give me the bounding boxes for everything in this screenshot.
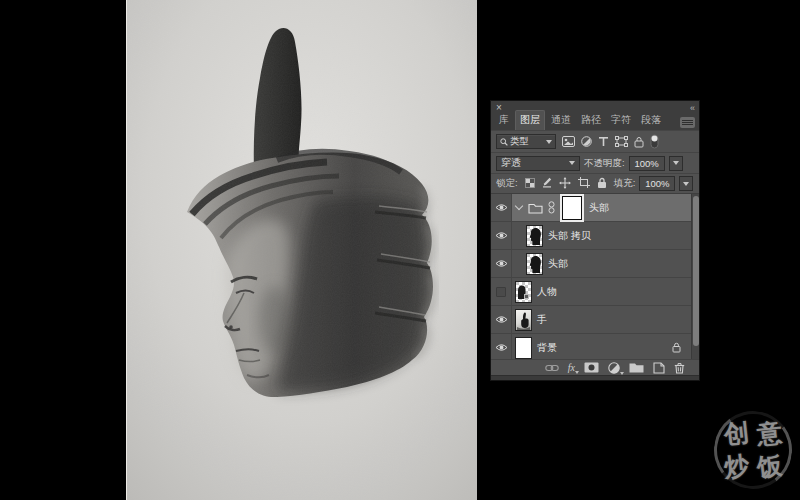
layer-row-head[interactable]: 头部 — [491, 250, 699, 278]
layer-effects-icon[interactable]: fx — [568, 362, 575, 373]
lock-artboard-icon[interactable] — [578, 177, 590, 190]
new-layer-icon[interactable] — [653, 362, 665, 374]
filter-kind-label: 类型 — [510, 135, 544, 148]
layers-list: 头部 头部 拷贝 — [491, 194, 699, 359]
layer-thumbnail-head[interactable] — [526, 225, 543, 247]
watermark-char: 饭 — [751, 448, 787, 484]
folder-icon — [528, 202, 543, 214]
layer-name: 头部 — [548, 257, 568, 271]
layer-thumbnail-head[interactable] — [526, 253, 543, 275]
blend-mode-value: 穿透 — [501, 156, 521, 170]
tab-library[interactable]: 库 — [495, 111, 513, 130]
layer-name: 人物 — [537, 285, 557, 299]
layer-thumbnail-person[interactable] — [515, 281, 532, 303]
visibility-toggle[interactable] — [491, 278, 512, 305]
layer-row-head-copy[interactable]: 头部 拷贝 — [491, 222, 699, 250]
layer-name: 头部 — [589, 201, 609, 215]
tab-paragraph[interactable]: 段落 — [637, 111, 665, 130]
link-layers-icon[interactable] — [545, 364, 559, 372]
eye-icon — [495, 231, 508, 240]
tab-character[interactable]: 字符 — [607, 111, 635, 130]
smart-object-filter-icon[interactable] — [634, 136, 644, 148]
chevron-down-icon — [569, 161, 575, 165]
adjustment-icon[interactable] — [608, 362, 620, 374]
layer-row-group-head[interactable]: 头部 — [491, 194, 699, 222]
lock-transparency-icon[interactable] — [525, 178, 535, 190]
filter-kind-dropdown[interactable]: 类型 — [496, 134, 556, 149]
collapse-icon[interactable]: « — [690, 103, 694, 113]
layer-thumbnail-hand[interactable] — [515, 309, 532, 331]
blend-mode-row: 穿透 不透明度: 100% — [491, 153, 699, 174]
pixel-layer-filter-icon[interactable] — [562, 136, 575, 147]
visibility-toggle[interactable] — [491, 250, 512, 277]
hand-mini — [516, 310, 531, 330]
eye-icon — [495, 259, 508, 268]
person-photo — [516, 282, 531, 302]
add-mask-icon[interactable] — [584, 362, 599, 373]
chevron-down-icon — [575, 371, 579, 374]
watermark-char: 意 — [751, 415, 787, 451]
opacity-label: 不透明度: — [584, 157, 625, 170]
filter-toggle-switch[interactable] — [650, 134, 659, 149]
document-canvas[interactable] — [126, 0, 477, 500]
chevron-down-icon — [546, 140, 552, 144]
watermark-logo: 创 意 炒 饭 — [710, 407, 796, 493]
layers-panel: × « 库 图层 通道 路径 字符 段落 类型 — [490, 100, 700, 381]
search-icon — [500, 138, 508, 146]
layers-scrollbar[interactable] — [691, 194, 699, 359]
tab-paths[interactable]: 路径 — [577, 111, 605, 130]
layer-row-background[interactable]: 背景 — [491, 334, 699, 359]
type-layer-filter-icon[interactable] — [598, 136, 609, 147]
layer-row-person[interactable]: 人物 — [491, 278, 699, 306]
hidden-eye-checkbox — [496, 287, 506, 297]
layer-name: 背景 — [537, 341, 557, 355]
photoshop-workspace: × « 库 图层 通道 路径 字符 段落 类型 — [0, 0, 800, 500]
blend-mode-dropdown[interactable]: 穿透 — [496, 156, 580, 171]
head-silhouette — [527, 254, 542, 274]
opacity-dropdown-button[interactable] — [669, 156, 683, 171]
panel-resize-edge[interactable] — [491, 375, 699, 380]
watermark-char: 炒 — [718, 448, 754, 484]
shape-layer-filter-icon[interactable] — [615, 136, 628, 147]
lock-pixels-icon[interactable] — [542, 177, 552, 190]
eye-icon — [495, 315, 508, 324]
watermark-char: 创 — [718, 415, 754, 451]
chevron-down-icon — [620, 372, 624, 375]
mask-link-icon[interactable] — [548, 201, 555, 214]
opacity-value[interactable]: 100% — [629, 156, 665, 171]
tab-layers[interactable]: 图层 — [515, 110, 545, 130]
film-grain — [127, 0, 477, 500]
panel-tab-bar: 库 图层 通道 路径 字符 段落 — [491, 114, 699, 131]
lock-all-icon[interactable] — [597, 177, 607, 191]
layer-name: 手 — [537, 313, 547, 327]
layer-mask-thumbnail[interactable] — [562, 196, 582, 220]
layer-name: 头部 拷贝 — [548, 229, 591, 243]
visibility-toggle[interactable] — [491, 222, 512, 249]
panel-menu-icon[interactable] — [680, 117, 695, 128]
eye-icon — [495, 343, 508, 352]
group-expand-chevron[interactable] — [515, 202, 523, 210]
adjustment-layer-filter-icon[interactable] — [581, 136, 592, 147]
visibility-toggle[interactable] — [491, 334, 512, 359]
scrollbar-thumb[interactable] — [693, 196, 699, 346]
layer-lock-icon — [672, 342, 681, 353]
fill-label: 填充: — [614, 177, 636, 190]
lock-label: 锁定: — [496, 177, 518, 190]
fill-dropdown-button[interactable] — [679, 176, 693, 191]
layer-row-hand[interactable]: 手 — [491, 306, 699, 334]
new-group-icon[interactable] — [629, 362, 644, 373]
fill-value[interactable]: 100% — [639, 176, 675, 191]
lock-row: 锁定: 填充: 100% — [491, 174, 699, 194]
lock-position-icon[interactable] — [559, 177, 571, 191]
eye-icon — [495, 203, 508, 212]
delete-layer-icon[interactable] — [674, 362, 685, 374]
layer-filter-row: 类型 — [491, 131, 699, 153]
head-silhouette — [527, 226, 542, 246]
hand-face-artwork — [127, 0, 477, 500]
tab-channels[interactable]: 通道 — [547, 111, 575, 130]
visibility-toggle[interactable] — [491, 194, 512, 221]
layer-thumbnail-background[interactable] — [515, 337, 532, 359]
visibility-toggle[interactable] — [491, 306, 512, 333]
panel-action-bar: fx — [491, 359, 699, 375]
